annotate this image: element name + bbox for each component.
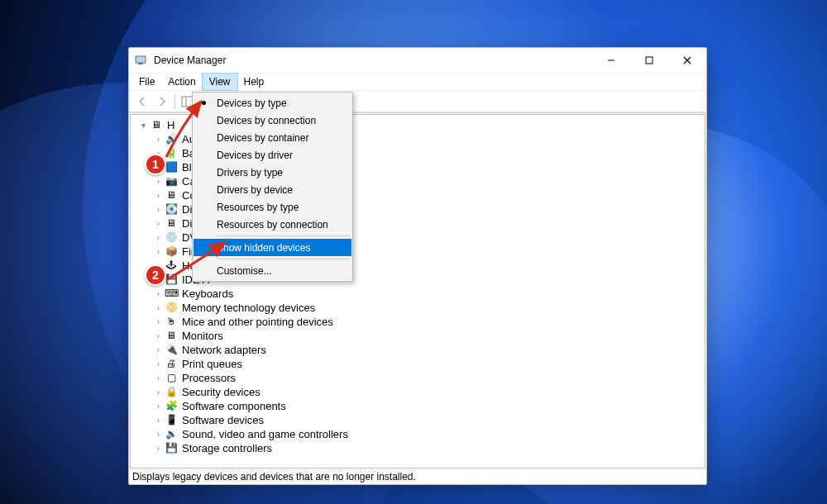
menu-devices-by-driver[interactable]: Devices by driver (194, 146, 351, 164)
window-title: Device Manager (154, 55, 592, 66)
device-category-icon: 🟦 (165, 161, 178, 174)
device-category-icon: 🔌 (165, 344, 178, 357)
tree-item[interactable]: ›🔌Network adapters (154, 343, 703, 357)
tree-item[interactable]: ›🖥Monitors (154, 329, 703, 343)
tree-item[interactable]: ›🧩Software components (154, 399, 703, 413)
device-category-icon: 🔋 (165, 147, 178, 160)
expand-icon[interactable]: › (154, 231, 163, 245)
menu-help[interactable]: Help (237, 74, 271, 90)
tree-item-label: Processors (180, 371, 237, 385)
expand-icon[interactable]: › (154, 301, 163, 315)
menu-devices-by-connection[interactable]: Devices by connection (194, 112, 351, 129)
tree-item[interactable]: ›🖨Print queues (154, 357, 703, 371)
device-category-icon: 🔉 (165, 428, 178, 441)
app-icon (134, 54, 147, 67)
device-category-icon: 📷 (165, 175, 178, 188)
tree-item-label: Security devices (180, 385, 262, 399)
device-category-icon: 🖥 (165, 217, 178, 231)
expand-icon[interactable]: › (154, 427, 163, 441)
menu-resources-by-connection[interactable]: Resources by connection (194, 216, 351, 233)
tree-root-label: H (165, 118, 176, 132)
tree-item-label: Sound, video and game controllers (180, 427, 350, 441)
menu-devices-by-type[interactable]: Devices by type (194, 94, 351, 112)
device-category-icon: 📱 (165, 414, 178, 427)
device-category-icon: 🖥 (165, 330, 178, 343)
svg-rect-0 (136, 56, 146, 63)
tree-item[interactable]: ›⌨Keyboards (154, 287, 703, 301)
expand-icon[interactable]: › (154, 357, 163, 371)
annotation-badge-2: 2 (145, 264, 166, 286)
tree-item[interactable]: ›📱Software devices (154, 413, 703, 427)
device-category-icon: 🖥 (165, 189, 178, 202)
menu-view[interactable]: View (203, 74, 237, 90)
tree-item-label: Mice and other pointing devices (180, 315, 335, 329)
device-category-icon: 🖱 (165, 316, 178, 329)
annotation-badge-1: 1 (145, 154, 166, 175)
menu-action[interactable]: Action (161, 74, 202, 90)
device-category-icon: 🧩 (165, 400, 178, 413)
tree-item-label: Storage controllers (180, 441, 274, 455)
expand-icon[interactable]: › (154, 315, 163, 329)
titlebar[interactable]: Device Manager (129, 48, 706, 73)
expand-icon[interactable]: › (154, 202, 163, 216)
menu-drivers-by-device[interactable]: Drivers by device (194, 181, 351, 198)
device-category-icon: 📀 (165, 302, 178, 315)
device-category-icon: 💾 (165, 442, 178, 455)
toolbar-sep (174, 94, 175, 109)
menu-devices-by-container[interactable]: Devices by container (194, 129, 351, 146)
tree-item-label: Network adapters (180, 343, 268, 357)
menu-resources-by-type[interactable]: Resources by type (194, 198, 351, 216)
expand-icon[interactable]: › (154, 188, 163, 202)
menu-show-hidden-devices[interactable]: Show hidden devices (194, 239, 351, 256)
menu-customise[interactable]: Customise... (194, 262, 351, 279)
back-button[interactable] (132, 93, 152, 111)
expand-icon[interactable]: › (154, 174, 163, 188)
device-category-icon: 💽 (165, 203, 178, 216)
expand-icon[interactable]: › (154, 441, 163, 455)
dropdown-sep (217, 235, 351, 236)
device-category-icon: 💿 (165, 231, 178, 245)
expand-icon[interactable]: › (154, 245, 163, 259)
device-category-icon: ▢ (165, 372, 178, 385)
svg-rect-3 (646, 57, 653, 64)
collapse-icon[interactable]: ▾ (139, 118, 148, 132)
device-category-icon: 💾 (165, 273, 178, 287)
expand-icon[interactable]: › (154, 385, 163, 399)
device-category-icon: 📦 (165, 245, 178, 259)
device-category-icon: 🔊 (165, 133, 178, 146)
tree-item[interactable]: ›▢Processors (154, 371, 703, 385)
computer-icon: 🖥 (150, 119, 163, 132)
device-category-icon: 🖨 (165, 358, 178, 371)
close-button[interactable] (668, 48, 706, 73)
expand-icon[interactable]: › (154, 287, 163, 301)
menu-drivers-by-type[interactable]: Drivers by type (194, 164, 351, 181)
expand-icon[interactable]: › (154, 216, 163, 231)
svg-rect-1 (138, 63, 143, 64)
device-category-icon: 🕹 (165, 259, 178, 273)
menubar: File Action View Help (129, 73, 706, 91)
expand-icon[interactable]: › (154, 132, 163, 146)
view-dropdown: Devices by typeDevices by connectionDevi… (192, 92, 353, 282)
maximize-button[interactable] (630, 48, 668, 73)
expand-icon[interactable]: › (154, 371, 163, 385)
expand-icon[interactable]: › (154, 329, 163, 343)
tree-item[interactable]: ›🔒Security devices (154, 385, 703, 399)
tree-item-label: Software devices (180, 413, 265, 427)
tree-item-label: Keyboards (180, 287, 235, 301)
status-bar: Displays legacy devices and devices that… (129, 469, 706, 484)
tree-item-label: Print queues (180, 357, 244, 371)
forward-button[interactable] (152, 93, 172, 111)
expand-icon[interactable]: › (154, 343, 163, 357)
tree-item[interactable]: ›🔉Sound, video and game controllers (154, 427, 703, 441)
expand-icon[interactable]: › (154, 413, 163, 427)
menu-file[interactable]: File (132, 74, 161, 90)
tree-item-label: Software components (180, 399, 288, 413)
tree-item[interactable]: ›🖱Mice and other pointing devices (154, 315, 703, 329)
expand-icon[interactable]: › (154, 399, 163, 413)
tree-item[interactable]: ›📀Memory technology devices (154, 301, 703, 315)
tree-item[interactable]: ›💾Storage controllers (154, 441, 703, 455)
dropdown-sep (217, 259, 351, 259)
minimize-button[interactable] (592, 48, 630, 73)
tree-item-label: Memory technology devices (180, 301, 317, 315)
device-category-icon: ⌨ (165, 288, 178, 301)
